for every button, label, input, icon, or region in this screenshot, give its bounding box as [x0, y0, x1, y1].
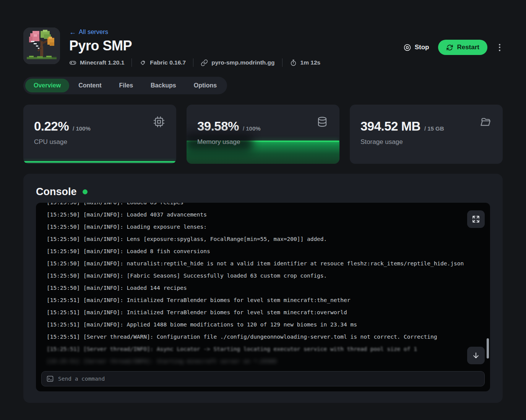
console-scrollbar-thumb[interactable]: [487, 338, 489, 359]
stop-button[interactable]: Stop: [403, 44, 429, 52]
tab-files[interactable]: Files: [111, 79, 141, 92]
storage-usage-value: 394.52 MB: [360, 119, 420, 134]
kebab-menu-icon[interactable]: [497, 42, 503, 53]
meta-uptime-label: 1m 12s: [300, 59, 321, 66]
status-dot: [83, 189, 88, 194]
tab-bar: OverviewContentFilesBackupsOptions: [23, 77, 227, 94]
meta-game-version: Minecraft 1.20.1: [69, 59, 124, 66]
tab-overview[interactable]: Overview: [25, 79, 69, 92]
meta-separator: [132, 58, 132, 67]
page: ← All servers Pyro SMP Minecraft 1.20.1: [23, 0, 503, 403]
restart-icon: [446, 44, 453, 51]
console-log-line: [15:25:51] [Server thread/INFO]: Startin…: [47, 355, 479, 367]
storage-usage-max: / 15 GB: [424, 125, 444, 132]
link-icon: [201, 59, 208, 66]
command-input[interactable]: [58, 376, 480, 382]
console-log-line: [15:25:50] [main/INFO]: Loaded 8 fish co…: [47, 245, 479, 257]
seasons-tree-logo: [23, 27, 60, 64]
meta-loader-version-label: Fabric 0.16.7: [150, 59, 186, 66]
console-title: Console: [36, 186, 77, 198]
console-log-line: [15:25:51] [Server thread/WARN]: Configu…: [47, 331, 479, 343]
restart-button-label: Restart: [457, 44, 479, 51]
folder-icon: [480, 116, 491, 128]
meta-loader-version: Fabric 0.16.7: [139, 59, 186, 66]
back-link-label: All servers: [79, 28, 108, 36]
cpu-usage-graph-line: [23, 161, 176, 163]
console-log-line: [15:25:50] [main/INFO]: naturalist:repti…: [47, 257, 479, 270]
server-meta-row: Minecraft 1.20.1 Fabric 0.16.7: [69, 58, 320, 67]
meta-uptime: 1m 12s: [290, 59, 321, 66]
database-icon: [317, 116, 328, 128]
server-header: ← All servers Pyro SMP Minecraft 1.20.1: [23, 27, 503, 67]
back-to-all-servers-link[interactable]: ← All servers: [69, 28, 108, 36]
timer-icon: [290, 59, 297, 66]
console-log-line: [15:25:51] [Server thread/INFO]: Async L…: [47, 343, 479, 355]
tab-options[interactable]: Options: [185, 79, 225, 92]
cpu-usage-card: 0.22% / 100% CPU usage: [23, 105, 176, 164]
server-info: ← All servers Pyro SMP Minecraft 1.20.1: [69, 27, 320, 67]
console-log-line: [15:25:50] [main/INFO]: Loaded 4037 adva…: [47, 208, 479, 221]
console-card: Console [15:25:50] [main/INFO]: Loaded 6…: [23, 174, 503, 403]
memory-usage-value: 39.58%: [197, 119, 239, 134]
tab-content[interactable]: Content: [70, 79, 110, 92]
memory-usage-card: 39.58% / 100% Memory usage: [187, 105, 339, 164]
console-log-line: [15:25:51] [main/INFO]: Initialized Terr…: [47, 306, 479, 318]
stop-button-label: Stop: [415, 44, 429, 51]
memory-usage-label: Memory usage: [197, 138, 240, 146]
loader-icon: [139, 59, 146, 66]
back-arrow-icon: ←: [69, 29, 76, 36]
terminal-icon: [46, 375, 54, 383]
command-input-row: [41, 371, 485, 386]
expand-icon: [472, 215, 480, 223]
console-header: Console: [36, 185, 490, 198]
cpu-usage-max: / 100%: [73, 125, 91, 132]
meta-separator: [282, 58, 282, 67]
tab-backups[interactable]: Backups: [142, 79, 185, 92]
expand-console-button[interactable]: [467, 210, 485, 228]
console-log-line: [15:25:50] [main/INFO]: Loading exposure…: [47, 221, 479, 233]
server-avatar: [23, 27, 60, 64]
console-log-line: [15:25:50] [main/INFO]: [Fabric Seasons]…: [47, 270, 479, 282]
console-log-lines: [15:25:50] [main/INFO]: Loaded 63 recipe…: [47, 203, 479, 367]
server-title: Pyro SMP: [69, 38, 320, 54]
console-log[interactable]: [15:25:50] [main/INFO]: Loaded 63 recipe…: [36, 203, 490, 371]
cpu-icon: [153, 116, 165, 128]
server-actions: Stop Restart: [403, 40, 503, 55]
storage-usage-label: Storage usage: [360, 138, 403, 146]
stop-icon: [403, 44, 411, 52]
cpu-usage-value: 0.22%: [34, 119, 69, 134]
memory-usage-max: / 100%: [243, 125, 261, 132]
console-log-line: [15:25:51] [main/INFO]: Applied 1488 bio…: [47, 318, 479, 331]
arrow-down-icon: [472, 351, 480, 360]
meta-game-version-label: Minecraft 1.20.1: [80, 59, 124, 66]
stats-row: 0.22% / 100% CPU usage 39.58% / 100%: [23, 105, 503, 164]
console-log-line: [15:25:50] [main/INFO]: Loaded 144 recip…: [47, 282, 479, 294]
console-terminal[interactable]: [15:25:50] [main/INFO]: Loaded 63 recipe…: [36, 203, 490, 391]
meta-separator: [193, 58, 193, 67]
restart-button[interactable]: Restart: [438, 40, 487, 55]
console-log-line: [15:25:50] [main/INFO]: Loaded 63 recipe…: [47, 203, 479, 208]
meta-server-address[interactable]: pyro-smp.modrinth.gg: [201, 59, 274, 66]
storage-usage-card: 394.52 MB / 15 GB Storage usage: [350, 105, 503, 164]
console-log-line: [15:25:51] [main/INFO]: Initialized Terr…: [47, 294, 479, 306]
cpu-usage-label: CPU usage: [34, 138, 67, 146]
scroll-to-bottom-button[interactable]: [467, 347, 485, 364]
meta-server-address-label: pyro-smp.modrinth.gg: [211, 59, 274, 66]
console-log-line: [15:25:50] [main/INFO]: Lens [exposure:s…: [47, 233, 479, 245]
gamepad-icon: [69, 59, 76, 66]
